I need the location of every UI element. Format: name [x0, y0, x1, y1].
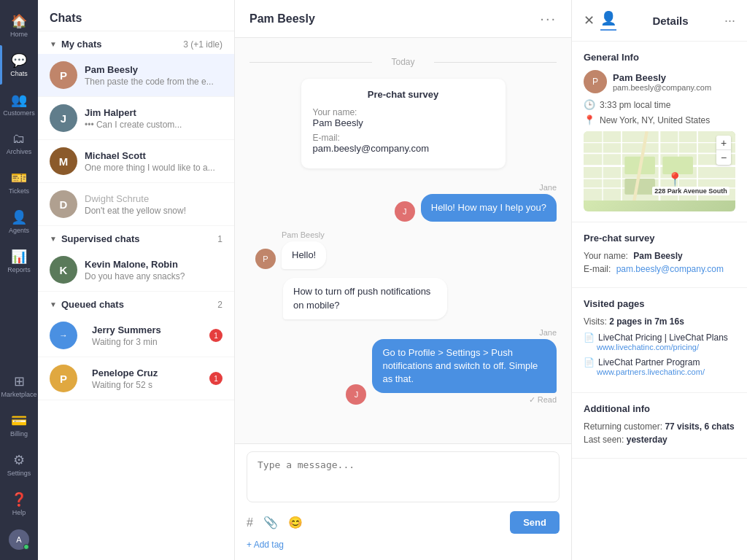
dwight-avatar: D: [50, 190, 77, 218]
queued-chats-count: 2: [217, 300, 222, 310]
nav-reports[interactable]: 📊 Reports: [0, 241, 38, 281]
chat-header: Pam Beesly ···: [235, 0, 571, 38]
help-icon: ❓: [11, 491, 27, 508]
date-label: Today: [391, 57, 414, 67]
zoom-in-button[interactable]: +: [716, 136, 731, 150]
chat-options-button[interactable]: ···: [540, 10, 557, 27]
chat-list-panel: Chats ▼ My chats 3 (+1 idle) P Pam Beesl…: [38, 0, 235, 560]
message-row-pam-2: How to turn off push notifications on mo…: [283, 278, 557, 319]
nav-user-avatar[interactable]: A: [0, 524, 38, 554]
pam-msg-avatar-1: P: [255, 249, 276, 269]
last-seen-value: yesterday: [627, 435, 667, 445]
nav-marketplace[interactable]: ⊞ Marketplace: [0, 366, 38, 405]
details-options-button[interactable]: ···: [724, 13, 735, 28]
survey-name-value: Pam Beesly: [313, 117, 494, 128]
nav-settings[interactable]: ⚙ Settings: [0, 445, 38, 484]
read-receipt: ✓ Read: [372, 395, 557, 405]
my-chats-chevron: ▼: [50, 40, 57, 48]
nav-agents-label: Agents: [9, 227, 29, 234]
additional-info-section: Additional info Returning customer: 77 v…: [572, 393, 747, 459]
navigation: 🏠 Home 💬 Chats 👥 Customers 🗂 Archives 🎫 …: [0, 0, 38, 560]
nav-archives[interactable]: 🗂 Archives: [0, 124, 38, 163]
kevin-info: Kevin Malone, Robin Do you have any snac…: [85, 259, 222, 281]
close-button[interactable]: ✕: [584, 12, 595, 28]
map-zoom-controls[interactable]: + −: [716, 136, 731, 165]
general-info-section: General Info P Pam Beesly pam.beesly@com…: [572, 42, 747, 222]
survey-email-label: E-mail:: [313, 133, 494, 143]
chat-item-dwight[interactable]: D Dwight Schrute Don't eat the yellow sn…: [38, 183, 234, 226]
msg-content-pam-2: How to turn off push notifications on mo…: [283, 278, 447, 319]
zoom-out-button[interactable]: −: [716, 150, 731, 165]
msg-content-jane-1: Jane Hello! How may I help you?: [421, 183, 557, 222]
chat-item-michael[interactable]: M Michael Scott One more thing I would l…: [38, 140, 234, 183]
nav-billing[interactable]: 💳 Billing: [0, 405, 38, 445]
page-url-1[interactable]: www.livechatinc.com/pricing/: [597, 343, 735, 351]
bubble-pam-2: How to turn off push notifications on mo…: [283, 278, 447, 319]
survey-email-row: E-mail: pam.beesly@company.com: [584, 264, 735, 274]
visited-link-title-2: 📄 LiveChat Partner Program: [584, 357, 735, 368]
survey-title: Pre-chat survey: [313, 89, 494, 100]
page-url-2[interactable]: www.partners.livechatinc.com/: [597, 368, 735, 376]
pam-preview: Then paste the code from the e...: [85, 77, 222, 87]
send-button[interactable]: Send: [510, 511, 560, 534]
visits-info: Visits: 2 pages in 7m 16s: [584, 316, 735, 327]
nav-agents[interactable]: 👤 Agents: [0, 202, 38, 241]
dwight-name: Dwight Schrute: [85, 193, 222, 204]
returning-customer-value: 77 visits, 6 chats: [665, 421, 734, 432]
last-seen-row: Last seen: yesterday: [584, 435, 735, 445]
details-user-info: Pam Beesly pam.beesly@company.com: [613, 72, 711, 92]
nav-archives-label: Archives: [7, 148, 32, 155]
add-tag-button[interactable]: + Add tag: [247, 537, 560, 553]
attachment-icon[interactable]: 📎: [263, 516, 278, 529]
details-user-row: P Pam Beesly pam.beesly@company.com: [584, 70, 735, 93]
date-divider: Today: [249, 57, 557, 67]
msg-content-jane-2: Jane Go to Profile > Settings > Push not…: [372, 328, 557, 405]
nav-chats[interactable]: 💬 Chats: [0, 45, 38, 85]
main-chat-area: Pam Beesly ··· Today Pre-chat survey You…: [235, 0, 572, 560]
input-area: # 📎 😊 Send + Add tag: [235, 443, 571, 560]
msg-sender-jane-1: Jane: [421, 183, 557, 192]
visited-pages-section: Visited pages Visits: 2 pages in 7m 16s …: [572, 288, 747, 393]
message-row-pam-1: P Pam Beesly Hello!: [249, 230, 557, 269]
survey-mini: Your name: Pam Beesly E-mail: pam.beesly…: [584, 251, 735, 274]
pre-chat-survey-card: Pre-chat survey Your name: Pam Beesly E-…: [301, 79, 506, 168]
nav-help[interactable]: ❓ Help: [0, 484, 38, 524]
map-view[interactable]: 📍 228 Park Avenue South + −: [584, 131, 735, 211]
messages-area: Today Pre-chat survey Your name: Pam Bee…: [235, 38, 571, 443]
marketplace-icon: ⊞: [14, 373, 25, 389]
supervised-chats-section-header[interactable]: ▼ Supervised chats 1: [38, 226, 234, 249]
jane-msg-avatar-2: J: [346, 384, 366, 405]
nav-customers[interactable]: 👥 Customers: [0, 85, 38, 124]
input-toolbar: # 📎 😊 Send: [247, 505, 560, 537]
chat-item-penelope[interactable]: P Penelope Cruz Waiting for 52 s 1: [38, 357, 234, 400]
visited-link-1: 📄 LiveChat Pricing | LiveChat Plans www.…: [584, 332, 735, 351]
queued-chats-section-header[interactable]: ▼ Queued chats 2: [38, 292, 234, 314]
home-icon: 🏠: [11, 13, 27, 29]
chat-item-pam[interactable]: P Pam Beesly Then paste the code from th…: [38, 54, 234, 97]
emoji-icon[interactable]: 😊: [288, 516, 303, 529]
details-local-time-row: 🕒 3:33 pm local time: [584, 99, 735, 110]
chat-item-jim[interactable]: J Jim Halpert ••• Can I create custom...: [38, 97, 234, 140]
jim-name: Jim Halpert: [85, 107, 222, 118]
user-icon[interactable]: 👤: [600, 10, 616, 31]
bubble-jane-2: Go to Profile > Settings > Push notifica…: [372, 339, 557, 394]
my-chats-count: 3 (+1 idle): [183, 39, 222, 50]
nav-settings-label: Settings: [7, 470, 31, 477]
message-input[interactable]: [247, 451, 560, 502]
chat-item-jerry[interactable]: → Jerry Summers Waiting for 3 min 1: [38, 314, 234, 357]
map-address-label: 228 Park Avenue South: [652, 187, 729, 195]
msg-content-pam-1: Pam Beesly Hello!: [282, 230, 326, 269]
message-row-jane-1: Jane Hello! How may I help you? J: [249, 183, 557, 222]
michael-avatar: M: [50, 147, 77, 175]
jane-msg-avatar: J: [395, 201, 415, 222]
nav-home[interactable]: 🏠 Home: [0, 6, 38, 45]
page-title-1: LiveChat Pricing | LiveChat Plans: [598, 332, 728, 343]
location-icon: 📍: [584, 114, 595, 125]
survey-name-label: Your name:: [313, 107, 494, 117]
hashtag-icon[interactable]: #: [247, 516, 253, 529]
jim-preview: ••• Can I create custom...: [85, 120, 222, 130]
my-chats-section-header[interactable]: ▼ My chats 3 (+1 idle): [38, 31, 234, 54]
nav-tickets[interactable]: 🎫 Tickets: [0, 163, 38, 202]
chat-item-kevin[interactable]: K Kevin Malone, Robin Do you have any sn…: [38, 249, 234, 292]
penelope-badge: 1: [209, 372, 222, 385]
